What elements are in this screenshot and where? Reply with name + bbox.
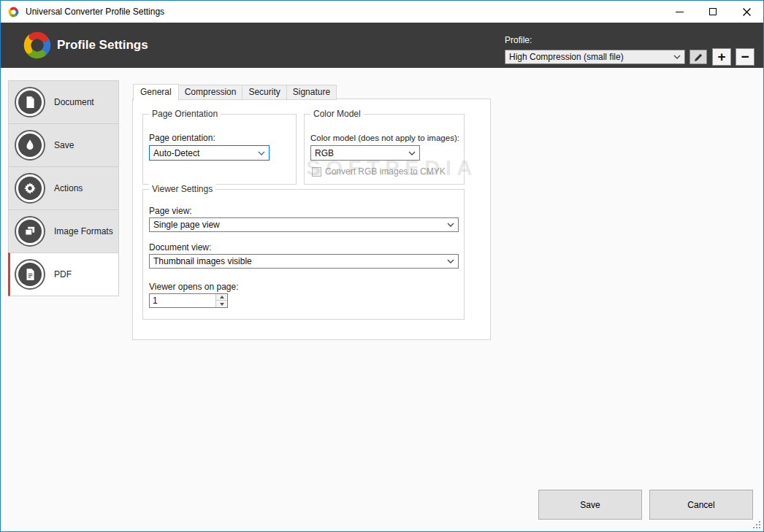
sidebar-item-label: Image Formats [54,226,113,236]
app-logo [20,28,54,62]
group-title: Color Model [310,109,364,119]
content-area: Document Save Actions [1,68,763,531]
resize-grip[interactable] [752,520,760,528]
add-profile-button[interactable]: + [712,48,731,66]
tab-panel-general: Page Orientation Page orientation: Auto-… [132,99,491,340]
chevron-down-icon [447,259,454,263]
color-model-select-value: RGB [315,148,334,158]
page-view-select-value: Single page view [153,220,220,230]
window-controls [662,1,763,23]
spin-up-button[interactable] [216,294,227,301]
gear-icon [15,173,45,204]
chevron-down-icon [673,55,681,59]
chevron-down-icon [408,151,416,155]
page-orientation-label: Page orientation: [149,133,215,143]
spinner-buttons [215,294,227,307]
page-title: Profile Settings [57,23,148,68]
sidebar-item-label: PDF [54,269,72,280]
page-view-label: Page view: [149,206,192,216]
document-view-label: Document view: [149,242,211,252]
sidebar-item-image-formats[interactable]: Image Formats [8,209,119,253]
group-title: Viewer Settings [149,184,215,194]
header: Profile Settings Profile: High Compressi… [1,23,763,68]
pdf-icon [15,259,45,290]
page-view-select[interactable]: Single page view [149,217,459,232]
opens-on-page-spinner [149,293,228,308]
color-model-select[interactable]: RGB [310,145,420,161]
profile-label: Profile: [505,35,532,45]
convert-rgb-checkbox-label: Convert RGB images to CMYK [325,166,446,177]
remove-profile-button[interactable]: − [736,48,755,66]
opens-on-page-input[interactable] [150,294,215,307]
app-icon [7,6,20,18]
sidebar-item-label: Save [54,140,74,150]
maximize-icon [709,8,717,15]
chevron-down-icon [447,223,454,227]
sidebar-item-actions[interactable]: Actions [8,166,119,210]
tab-bar: General Compression Security Signature [133,84,336,100]
page-orientation-select[interactable]: Auto-Detect [149,145,270,161]
edit-profile-button[interactable] [689,50,707,64]
group-color-model: Color Model Color model (does not apply … [304,114,465,185]
pencil-icon [694,53,703,62]
minimize-button[interactable] [662,1,696,23]
chevron-down-icon [258,151,265,155]
document-icon [15,87,45,117]
minimize-icon [676,12,684,12]
profile-select[interactable]: High Compression (small file) [505,50,685,64]
spin-down-button[interactable] [216,301,227,307]
sidebar: Document Save Actions [8,80,119,296]
arrow-up-icon [220,296,224,298]
opens-on-page-label: Viewer opens on page: [149,282,239,292]
tab-compression[interactable]: Compression [178,85,243,100]
checkbox-icon [312,167,321,177]
sidebar-item-pdf[interactable]: PDF [8,252,119,296]
sidebar-item-label: Document [54,97,94,107]
tab-general[interactable]: General [133,84,179,101]
save-icon [15,130,45,161]
close-icon [743,8,751,16]
sidebar-item-document[interactable]: Document [8,80,119,124]
tab-signature[interactable]: Signature [286,85,337,100]
document-view-select-value: Thumbnail images visible [153,256,252,266]
arrow-down-icon [220,303,224,306]
images-icon [15,216,45,247]
titlebar: Universal Converter Profile Settings [1,1,763,23]
save-button[interactable]: Save [538,490,642,520]
color-model-label: Color model (does not apply to images): [310,134,459,142]
window-title: Universal Converter Profile Settings [26,7,164,17]
maximize-button[interactable] [696,1,730,23]
tab-security[interactable]: Security [242,85,286,100]
cancel-button[interactable]: Cancel [649,490,753,520]
group-viewer-settings: Viewer Settings Page view: Single page v… [142,189,465,320]
group-title: Page Orientation [149,109,221,119]
convert-rgb-checkbox: Convert RGB images to CMYK [312,166,446,177]
page-orientation-select-value: Auto-Detect [153,148,199,158]
sidebar-item-save[interactable]: Save [8,123,119,167]
document-view-select[interactable]: Thumbnail images visible [149,254,459,269]
sidebar-item-label: Actions [54,183,83,193]
group-page-orientation: Page Orientation Page orientation: Auto-… [142,114,297,185]
profile-select-value: High Compression (small file) [509,52,624,62]
close-button[interactable] [730,1,763,23]
